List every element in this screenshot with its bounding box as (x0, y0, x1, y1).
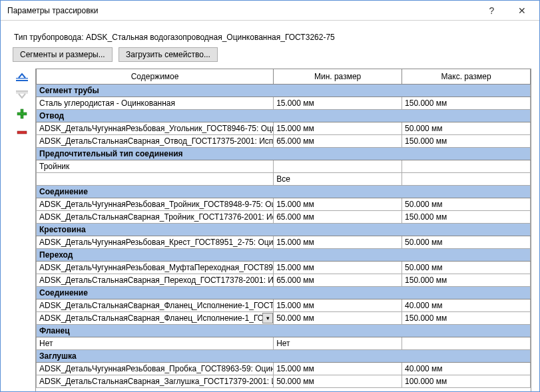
help-button[interactable]: ? (477, 1, 507, 20)
table-row[interactable]: ADSK_ДетальЧугуннаяРезьбовая_МуфтаПерехо… (37, 262, 531, 274)
col-header-max[interactable]: Макс. размер (402, 69, 531, 85)
segments-sizes-button[interactable]: Сегменты и размеры... (13, 47, 113, 62)
table-row[interactable]: Все (37, 173, 531, 186)
cell-content[interactable]: ADSK_ДетальЧугуннаяРезьбовая_Пробка_ГОСТ… (37, 363, 274, 375)
col-header-content[interactable]: Содержимое (37, 69, 274, 85)
cell-max[interactable]: 50.000 мм (402, 262, 531, 274)
col-header-min[interactable]: Мин. размер (274, 69, 402, 85)
group-label: Отвод (37, 110, 531, 122)
cell-min[interactable]: 15.000 мм (274, 198, 402, 211)
svg-rect-2 (16, 91, 28, 92)
svg-rect-0 (16, 80, 28, 81)
group-row[interactable]: Тройник (37, 160, 531, 173)
group-row[interactable]: Переход (37, 249, 531, 262)
cell-content[interactable]: ADSK_ДетальСтальнаяСварная_Переход_ГОСТ1… (37, 274, 274, 287)
group-label: Переход (37, 249, 531, 262)
remove-button[interactable] (15, 126, 29, 139)
table-row[interactable]: ADSK_ДетальСтальнаяСварная_Переход_ГОСТ1… (37, 274, 531, 287)
cell-min[interactable]: 50.000 мм (274, 375, 402, 388)
group-row[interactable]: Соединение (37, 186, 531, 198)
cell-min[interactable]: 65.000 мм (274, 211, 402, 224)
table-row[interactable]: ADSK_ДетальСтальнаяСварная_Отвод_ГОСТ173… (37, 135, 531, 148)
routing-table[interactable]: Содержимое Мин. размер Макс. размер Сегм… (36, 69, 531, 388)
dropdown-button[interactable]: ▾ (262, 313, 273, 323)
svg-rect-3 (16, 93, 28, 93)
group-row[interactable]: Сегмент трубы (37, 85, 531, 97)
group-label: Предпочтительный тип соединения (37, 148, 531, 160)
cell-max[interactable]: 50.000 мм (402, 122, 531, 135)
svg-rect-6 (17, 131, 27, 134)
group-row[interactable]: Крестовина (37, 224, 531, 236)
load-family-button[interactable]: Загрузить семейство... (119, 47, 218, 62)
table-row[interactable]: ADSK_ДетальСтальнаяСварная_Тройник_ГОСТ1… (37, 211, 531, 224)
cell-content[interactable]: ADSK_ДетальСтальнаяСварная_Фланец_Исполн… (37, 299, 274, 312)
cell-content[interactable]: ADSK_ДетальСтальнаяСварная_Тройник_ГОСТ1… (37, 211, 274, 224)
cell-min[interactable]: 65.000 мм (274, 274, 402, 287)
group-row[interactable]: Соединение (37, 287, 531, 299)
cell-content[interactable]: ADSK_ДетальЧугуннаяРезьбовая_Тройник_ГОС… (37, 198, 274, 211)
table-row[interactable]: ADSK_ДетальСтальнаяСварная_Фланец_Исполн… (37, 299, 531, 312)
group-label: Крестовина (37, 224, 531, 236)
move-down-button[interactable] (15, 89, 29, 102)
cell-content[interactable]: Сталь углеродистая - Оцинкованная (37, 97, 274, 110)
group-label: Сегмент трубы (37, 85, 531, 97)
cell-min[interactable]: Все (274, 173, 402, 186)
cell-max[interactable]: 150.000 мм (402, 312, 531, 325)
cell-content[interactable] (37, 173, 274, 186)
close-button[interactable]: ✕ (507, 1, 537, 20)
cell-min[interactable]: 50.000 мм (274, 312, 402, 325)
pipe-type-label: Тип трубопровода: ADSK_Стальная водогазо… (14, 33, 531, 42)
group-row[interactable]: Отвод (37, 110, 531, 122)
cell-max[interactable]: 150.000 мм (402, 211, 531, 224)
cell-max[interactable]: 150.000 мм (402, 274, 531, 287)
cell-min[interactable] (274, 160, 402, 173)
cell-min[interactable]: 15.000 мм (274, 299, 402, 312)
cell-content[interactable]: Тройник (37, 160, 274, 173)
cell-content[interactable]: ADSK_ДетальСтальнаяСварная_Фланец_Исполн… (37, 312, 274, 325)
pipe-type-prefix: Тип трубопровода: (14, 33, 86, 42)
group-row[interactable]: Предпочтительный тип соединения (37, 148, 531, 160)
cell-max[interactable] (402, 173, 531, 186)
move-up-button[interactable] (15, 70, 29, 83)
cell-max[interactable] (402, 337, 531, 350)
cell-max[interactable]: 40.000 мм (402, 299, 531, 312)
group-label: Соединение (37, 287, 531, 299)
cell-max[interactable]: 50.000 мм (402, 198, 531, 211)
cell-min[interactable]: 15.000 мм (274, 236, 402, 249)
cell-max[interactable]: 40.000 мм (402, 363, 531, 375)
svg-rect-5 (17, 112, 27, 115)
group-row[interactable]: Заглушка (37, 350, 531, 363)
cell-max[interactable]: 150.000 мм (402, 135, 531, 148)
cell-min[interactable]: 15.000 мм (274, 363, 402, 375)
cell-content[interactable]: Нет (37, 337, 274, 350)
cell-max[interactable]: 150.000 мм (402, 97, 531, 110)
cell-content[interactable]: ADSK_ДетальЧугуннаяРезьбовая_Крест_ГОСТ8… (37, 236, 274, 249)
table-row[interactable]: ADSK_ДетальЧугуннаяРезьбовая_Угольник_ГО… (37, 122, 531, 135)
cell-content[interactable]: ADSK_ДетальСтальнаяСварная_Заглушка_ГОСТ… (37, 375, 274, 388)
table-row[interactable]: ADSK_ДетальЧугуннаяРезьбовая_Крест_ГОСТ8… (37, 236, 531, 249)
table-row[interactable]: ADSK_ДетальЧугуннаяРезьбовая_Тройник_ГОС… (37, 198, 531, 211)
table-row[interactable]: Сталь углеродистая - Оцинкованная15.000 … (37, 97, 531, 110)
cell-content[interactable]: ADSK_ДетальЧугуннаяРезьбовая_Угольник_ГО… (37, 122, 274, 135)
table-row[interactable]: ADSK_ДетальСтальнаяСварная_Фланец_Исполн… (37, 312, 531, 325)
cell-min[interactable]: Нет (274, 337, 402, 350)
cell-max[interactable]: 100.000 мм (402, 375, 531, 388)
cell-content[interactable]: ADSK_ДетальСтальнаяСварная_Отвод_ГОСТ173… (37, 135, 274, 148)
cell-min[interactable]: 15.000 мм (274, 122, 402, 135)
table-row[interactable]: ADSK_ДетальСтальнаяСварная_Заглушка_ГОСТ… (37, 375, 531, 388)
add-button[interactable] (15, 107, 29, 120)
table-row[interactable]: ADSK_ДетальЧугуннаяРезьбовая_Пробка_ГОСТ… (37, 363, 531, 375)
cell-min[interactable]: 15.000 мм (274, 262, 402, 274)
cell-content[interactable]: ADSK_ДетальЧугуннаяРезьбовая_МуфтаПерехо… (37, 262, 274, 274)
cell-min[interactable]: 15.000 мм (274, 97, 402, 110)
dialog-window: Параметры трассировки ? ✕ Тип трубопрово… (0, 0, 540, 392)
group-row[interactable]: Фланец (37, 325, 531, 337)
cell-max[interactable] (402, 160, 531, 173)
group-label: Фланец (37, 325, 531, 337)
window-title: Параметры трассировки (7, 6, 477, 15)
cell-min[interactable]: 65.000 мм (274, 135, 402, 148)
titlebar: Параметры трассировки ? ✕ (1, 1, 539, 21)
table-row[interactable]: НетНет (37, 337, 531, 350)
cell-max[interactable]: 50.000 мм (402, 236, 531, 249)
svg-rect-1 (16, 78, 28, 79)
